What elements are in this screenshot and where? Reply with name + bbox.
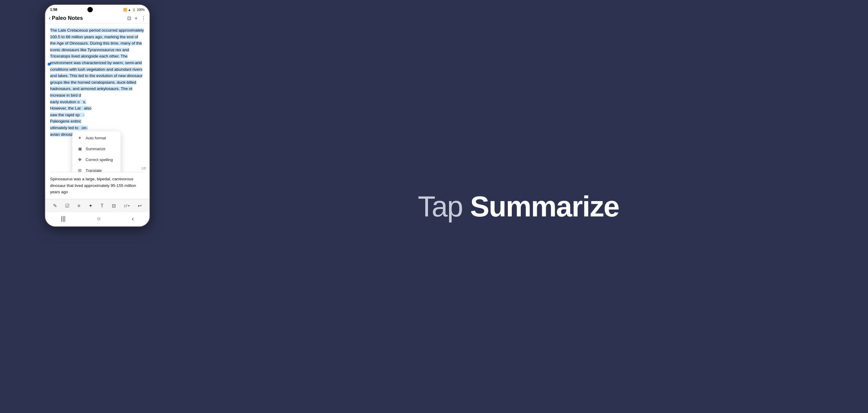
more-options-button[interactable]: ⋮	[141, 15, 146, 21]
note-text-overflow: ntincrease in bird dearly evolution o s.…	[50, 87, 132, 136]
status-bar: 1:58 📶 ▲ 🔋 100%	[45, 5, 150, 13]
note-content-area: The Late Cretaceous period occurred appr…	[45, 24, 150, 172]
context-menu-correct-spelling[interactable]: ✤ Correct spelling	[72, 154, 121, 165]
correct-spelling-label: Correct spelling	[86, 158, 113, 162]
font-size-button[interactable]: 17 ▾	[123, 203, 131, 209]
list-icon[interactable]: ≡	[76, 202, 82, 210]
recent-apps-icon[interactable]: |||	[61, 215, 66, 222]
signal-icon: ▲	[128, 8, 131, 11]
summarize-hero-label: Summarize	[470, 190, 619, 222]
translate-icon: ⊞	[77, 168, 83, 172]
context-menu-summarize[interactable]: ▣ Summarize	[72, 143, 121, 154]
handwriting-icon[interactable]: ✎	[52, 202, 58, 210]
wifi-icon: 📶	[123, 8, 127, 11]
battery-icon: 🔋	[132, 8, 135, 11]
back-button[interactable]: ‹	[49, 15, 51, 21]
note-text-selected: The Late Cretaceous period occurred appr…	[50, 28, 144, 91]
app-title: Paleo Notes	[52, 15, 83, 21]
summarize-label: Summarize	[86, 147, 105, 151]
ai-icon[interactable]: ✦	[87, 202, 94, 210]
status-time: 1:58	[50, 7, 57, 12]
nav-bar: ||| ○ ‹	[45, 212, 150, 227]
correct-spelling-icon: ✤	[77, 157, 83, 162]
insert-icon[interactable]: ⊟	[111, 202, 117, 210]
summarize-icon: ▣	[77, 146, 83, 151]
context-menu-auto-format[interactable]: ✦ Auto format	[72, 132, 121, 143]
checklist-icon[interactable]: ☑	[64, 202, 70, 210]
note-second-text: Spinosaurus was a large, bipedal, carniv…	[45, 172, 150, 199]
translate-label: Translate	[86, 168, 102, 172]
right-panel: Tap Summarize	[169, 0, 868, 413]
context-menu: ✦ Auto format ▣ Summarize ✤ Correct spel…	[72, 131, 121, 172]
page-indicator: 1/8	[141, 167, 146, 170]
tap-summarize-text: Tap Summarize	[418, 190, 619, 223]
note-text-block: The Late Cretaceous period occurred appr…	[45, 24, 150, 141]
selection-handle-left	[48, 63, 51, 66]
add-button[interactable]: +	[135, 16, 137, 21]
undo-button[interactable]: ↩	[136, 202, 143, 210]
front-camera	[87, 7, 93, 12]
tap-label: Tap	[418, 190, 470, 222]
home-icon[interactable]: ○	[97, 215, 100, 222]
context-menu-translate[interactable]: ⊞ Translate	[72, 165, 121, 172]
font-size-label: 17	[124, 204, 127, 208]
back-nav-icon[interactable]: ‹	[132, 215, 134, 222]
chevron-down-icon: ▾	[128, 204, 130, 207]
text-format-icon[interactable]: T	[99, 202, 105, 210]
phone-container: 1:58 📶 ▲ 🔋 100% ‹ Paleo Notes ⊡ + ⋮ The …	[44, 4, 150, 227]
status-icons: 📶 ▲ 🔋 100%	[123, 8, 145, 11]
battery-percent: 100%	[137, 8, 145, 11]
auto-format-label: Auto format	[86, 136, 106, 140]
auto-format-icon: ✦	[77, 135, 83, 141]
header-icons: ⊡ + ⋮	[127, 15, 146, 21]
app-header: ‹ Paleo Notes ⊡ + ⋮	[45, 13, 150, 24]
bottom-toolbar: ✎ ☑ ≡ ✦ T ⊟ 17 ▾ ↩	[45, 199, 150, 212]
split-view-button[interactable]: ⊡	[127, 15, 131, 21]
header-left: ‹ Paleo Notes	[49, 15, 83, 21]
